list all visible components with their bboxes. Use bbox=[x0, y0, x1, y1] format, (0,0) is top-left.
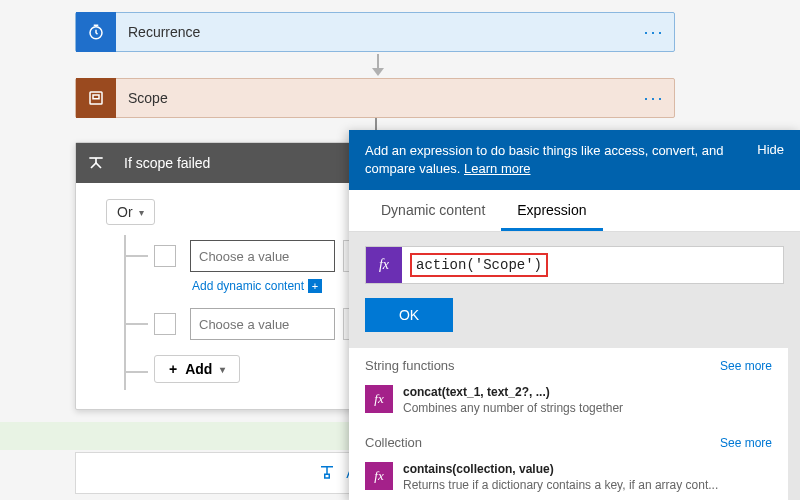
function-item[interactable]: fx concat(text_1, text_2?, ...) Combines… bbox=[349, 379, 788, 425]
svg-rect-2 bbox=[93, 95, 99, 99]
fx-icon: fx bbox=[365, 462, 393, 490]
function-description: Returns true if a dictionary contains a … bbox=[403, 478, 763, 492]
hide-button[interactable]: Hide bbox=[757, 142, 784, 157]
value-input[interactable] bbox=[190, 308, 335, 340]
function-list: ▴ String functions See more fx concat(te… bbox=[349, 348, 800, 500]
scope-label: Scope bbox=[116, 90, 634, 106]
expression-input[interactable]: action('Scope') bbox=[402, 247, 783, 283]
condition-icon bbox=[76, 143, 116, 183]
value-input[interactable] bbox=[190, 240, 335, 272]
add-action-icon bbox=[318, 463, 336, 484]
operator-label: Or bbox=[117, 204, 133, 220]
row-checkbox[interactable] bbox=[154, 245, 176, 267]
fx-icon: fx bbox=[366, 247, 402, 283]
expression-value: action('Scope') bbox=[410, 253, 548, 277]
more-menu-icon[interactable]: ··· bbox=[634, 88, 674, 109]
tab-dynamic-content[interactable]: Dynamic content bbox=[365, 190, 501, 231]
expression-input-row: fx action('Scope') bbox=[365, 246, 784, 284]
function-signature: concat(text_1, text_2?, ...) bbox=[403, 385, 772, 399]
function-signature: contains(collection, value) bbox=[403, 462, 772, 476]
plus-icon: + bbox=[308, 279, 322, 293]
tab-expression[interactable]: Expression bbox=[501, 190, 602, 231]
operator-dropdown[interactable]: Or ▾ bbox=[106, 199, 155, 225]
category-header: String functions See more bbox=[349, 348, 788, 379]
expression-panel-header: Add an expression to do basic things lik… bbox=[349, 130, 800, 190]
expression-tabs: Dynamic content Expression bbox=[349, 190, 800, 232]
more-menu-icon[interactable]: ··· bbox=[634, 22, 674, 43]
category-header: Collection See more bbox=[349, 425, 788, 456]
add-condition-button[interactable]: + Add ▾ bbox=[154, 355, 240, 383]
row-checkbox[interactable] bbox=[154, 313, 176, 335]
clock-icon bbox=[76, 12, 116, 52]
recurrence-step[interactable]: Recurrence ··· bbox=[75, 12, 675, 52]
connector-arrow bbox=[372, 54, 384, 74]
recurrence-label: Recurrence bbox=[116, 24, 634, 40]
chevron-down-icon: ▾ bbox=[220, 364, 225, 375]
see-more-link[interactable]: See more bbox=[720, 436, 772, 450]
scrollbar[interactable] bbox=[788, 348, 800, 500]
expression-panel: Add an expression to do basic things lik… bbox=[349, 130, 800, 500]
see-more-link[interactable]: See more bbox=[720, 359, 772, 373]
chevron-down-icon: ▾ bbox=[139, 207, 144, 218]
function-description: Combines any number of strings together bbox=[403, 401, 763, 415]
plus-icon: + bbox=[169, 361, 177, 377]
learn-more-link[interactable]: Learn more bbox=[464, 161, 530, 176]
scroll-up-icon[interactable]: ▴ bbox=[794, 350, 799, 360]
svg-rect-3 bbox=[325, 474, 330, 478]
ok-button[interactable]: OK bbox=[365, 298, 453, 332]
scope-icon bbox=[76, 78, 116, 118]
fx-icon: fx bbox=[365, 385, 393, 413]
scope-step[interactable]: Scope ··· bbox=[75, 78, 675, 118]
function-item[interactable]: fx contains(collection, value) Returns t… bbox=[349, 456, 788, 500]
